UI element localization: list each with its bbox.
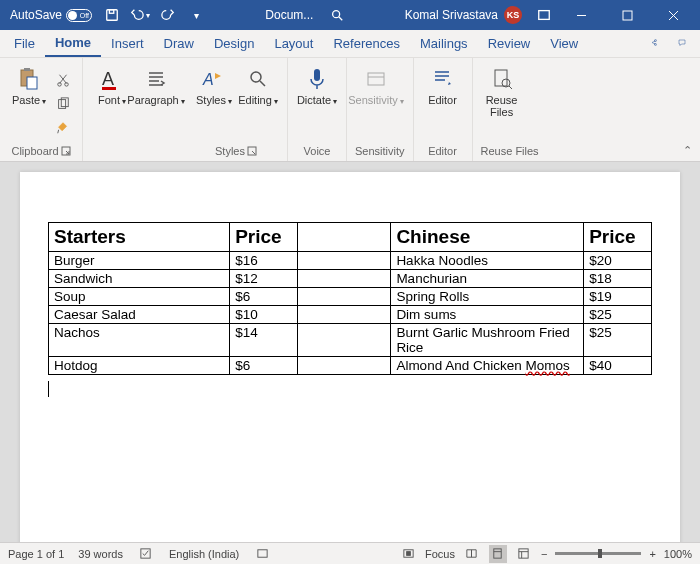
- customize-qat-button[interactable]: ▾: [182, 0, 210, 30]
- font-icon: A: [99, 66, 125, 92]
- tab-draw[interactable]: Draw: [154, 29, 204, 57]
- page-number[interactable]: Page 1 of 1: [8, 548, 64, 560]
- svg-rect-8: [24, 68, 30, 71]
- text-cursor: [48, 381, 49, 397]
- close-button[interactable]: [650, 0, 696, 30]
- group-font-paragraph: A Font▾ Paragraph▾: [83, 58, 185, 161]
- ribbon-display-button[interactable]: [530, 0, 558, 30]
- table-header-row: Starters Price Chinese Price: [49, 223, 652, 252]
- svg-rect-1: [109, 10, 113, 14]
- mic-icon: [304, 66, 330, 92]
- group-reuse-files: Reuse Files Reuse Files: [473, 58, 547, 161]
- user-avatar: KS: [504, 6, 522, 24]
- dialog-launcher-icon[interactable]: [247, 146, 257, 156]
- autosave-toggle[interactable]: AutoSave Off: [4, 8, 98, 22]
- tab-insert[interactable]: Insert: [101, 29, 154, 57]
- tab-view[interactable]: View: [540, 29, 588, 57]
- web-layout-button[interactable]: [515, 545, 533, 563]
- focus-mode-button[interactable]: [399, 545, 417, 563]
- redo-button[interactable]: [154, 0, 182, 30]
- svg-rect-28: [494, 549, 501, 558]
- table-row: Sandwich$12Manchurian$18: [49, 270, 652, 288]
- maximize-button[interactable]: [604, 0, 650, 30]
- editor-button[interactable]: Editor: [422, 62, 464, 145]
- tab-file[interactable]: File: [4, 29, 45, 57]
- cut-button[interactable]: [52, 69, 74, 91]
- tab-references[interactable]: References: [323, 29, 409, 57]
- dictate-button[interactable]: Dictate▾: [296, 62, 338, 145]
- group-editor: Editor Editor: [414, 58, 473, 161]
- read-mode-button[interactable]: [463, 545, 481, 563]
- zoom-level[interactable]: 100%: [664, 548, 692, 560]
- tab-layout[interactable]: Layout: [264, 29, 323, 57]
- svg-rect-16: [102, 87, 116, 90]
- svg-rect-29: [519, 549, 528, 558]
- svg-text:A: A: [102, 69, 114, 89]
- sensitivity-icon: [363, 66, 389, 92]
- ribbon-tabs: File Home Insert Draw Design Layout Refe…: [0, 30, 700, 58]
- svg-point-18: [251, 72, 261, 82]
- editing-icon: [245, 66, 271, 92]
- table-row: Hotdog$6Almond And Chicken Momos$40: [49, 357, 652, 375]
- print-layout-button[interactable]: [489, 545, 507, 563]
- header-starters[interactable]: Starters: [49, 223, 230, 252]
- tab-design[interactable]: Design: [204, 29, 264, 57]
- tab-review[interactable]: Review: [478, 29, 541, 57]
- header-price-left[interactable]: Price: [230, 223, 298, 252]
- document-area[interactable]: Starters Price Chinese Price Burger$16Ha…: [0, 162, 700, 542]
- svg-text:A: A: [202, 71, 214, 88]
- focus-label[interactable]: Focus: [425, 548, 455, 560]
- paste-button[interactable]: Paste▾: [8, 62, 50, 145]
- font-button[interactable]: A Font▾: [91, 62, 133, 157]
- minimize-button[interactable]: [558, 0, 604, 30]
- language-button[interactable]: English (India): [169, 548, 239, 560]
- word-count[interactable]: 39 words: [78, 548, 123, 560]
- paragraph-button[interactable]: Paragraph▾: [135, 62, 177, 157]
- reuse-files-button[interactable]: Reuse Files: [481, 62, 523, 145]
- misspelled-word: Momos: [525, 358, 569, 373]
- toggle-off-icon: Off: [66, 9, 92, 22]
- copy-button[interactable]: [52, 93, 74, 115]
- format-painter-button[interactable]: [52, 117, 74, 139]
- undo-button[interactable]: ▾: [126, 0, 154, 30]
- styles-button[interactable]: A Styles▾: [193, 62, 235, 145]
- editor-icon: [430, 66, 456, 92]
- zoom-in-button[interactable]: +: [649, 548, 655, 560]
- document-title[interactable]: Docum...: [255, 8, 323, 22]
- zoom-slider[interactable]: [555, 552, 641, 555]
- title-bar: AutoSave Off ▾ ▾ Docum... Komal Srivasta…: [0, 0, 700, 30]
- table-row: Nachos$14Burnt Garlic Mushroom Fried Ric…: [49, 324, 652, 357]
- table-row: Caesar Salad$10Dim sums$25: [49, 306, 652, 324]
- tab-mailings[interactable]: Mailings: [410, 29, 478, 57]
- spellcheck-button[interactable]: [137, 545, 155, 563]
- menu-table[interactable]: Starters Price Chinese Price Burger$16Ha…: [48, 222, 652, 375]
- svg-rect-25: [258, 550, 267, 557]
- autosave-label: AutoSave: [10, 8, 62, 22]
- group-voice: Dictate▾ Voice: [288, 58, 347, 161]
- accessibility-button[interactable]: [253, 545, 271, 563]
- svg-point-2: [333, 11, 340, 18]
- comments-button[interactable]: [668, 29, 696, 57]
- tab-home[interactable]: Home: [45, 29, 101, 57]
- sensitivity-button: Sensitivity▾: [355, 62, 397, 145]
- paragraph-icon: [143, 66, 169, 92]
- save-button[interactable]: [98, 0, 126, 30]
- table-row: Soup$6Spring Rolls$19: [49, 288, 652, 306]
- dialog-launcher-icon[interactable]: [61, 146, 71, 156]
- document-page[interactable]: Starters Price Chinese Price Burger$16Ha…: [20, 172, 680, 542]
- account-button[interactable]: Komal Srivastava KS: [397, 6, 530, 24]
- status-bar: Page 1 of 1 39 words English (India) Foc…: [0, 542, 700, 564]
- editing-button[interactable]: Editing▾: [237, 62, 279, 145]
- svg-rect-3: [539, 11, 550, 20]
- svg-rect-21: [368, 73, 384, 85]
- collapse-ribbon-button[interactable]: ⌃: [683, 144, 692, 157]
- header-price-right[interactable]: Price: [584, 223, 652, 252]
- share-button[interactable]: [640, 29, 668, 57]
- group-styles: A Styles▾ Editing▾ Styles: [185, 58, 288, 161]
- header-gap[interactable]: [297, 223, 390, 252]
- search-button[interactable]: [323, 0, 351, 30]
- group-clipboard: Paste▾ Clipboard: [0, 58, 83, 161]
- header-chinese[interactable]: Chinese: [391, 223, 584, 252]
- zoom-out-button[interactable]: −: [541, 548, 547, 560]
- svg-rect-20: [314, 69, 320, 81]
